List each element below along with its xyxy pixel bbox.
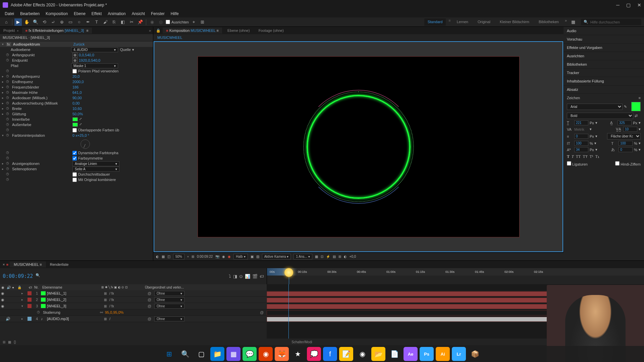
help-search-input[interactable]: 🔍 Hilfe durchsuchen [581, 19, 641, 25]
stopwatch-icon[interactable]: ◷ [6, 101, 11, 106]
fill-icon[interactable]: ◉ [148, 18, 156, 26]
label-color[interactable] [28, 298, 32, 302]
crosshair-icon[interactable]: ⊕ [72, 58, 77, 63]
menu-komposition[interactable]: Komposition [43, 11, 70, 17]
footage-tab[interactable]: Footage (ohne) [255, 27, 287, 34]
effect-controls-tab[interactable]: ■ fx Effekteinstellungen [WHEEL_3] ≡ [22, 27, 92, 34]
minimize-button[interactable]: ─ [616, 2, 620, 8]
tl-graph-icon[interactable]: 📊 [245, 274, 250, 279]
menu-ansicht[interactable]: Ansicht [129, 11, 148, 17]
audio-layer-dropdown[interactable]: 4. AUDIO▾ [71, 47, 118, 52]
app-icon[interactable]: 📦 [468, 347, 482, 361]
timeline-timecode[interactable]: 0:00:09:22 [3, 273, 33, 279]
parent-dropdown[interactable]: Ohne▾ [154, 316, 184, 321]
path-dropdown[interactable]: Maske 1▾ [71, 63, 118, 68]
tl-lock-icon[interactable]: × [3, 262, 5, 266]
twirl-icon[interactable]: ▸ [2, 80, 6, 83]
tracking-input[interactable] [623, 127, 637, 132]
app-icon[interactable]: ◉ [259, 347, 273, 361]
pickwhip-icon[interactable]: @ [148, 291, 154, 295]
stopwatch-icon[interactable]: ◷ [6, 58, 11, 63]
app-icon[interactable]: 📝 [339, 347, 353, 361]
zoom-tool-icon[interactable]: 🔍 [32, 18, 39, 26]
transparency-icon[interactable]: ▨ [256, 255, 259, 258]
polar-path-checkbox[interactable] [72, 69, 77, 73]
fast-preview-icon[interactable]: ⚡ [326, 255, 330, 258]
stopwatch-icon[interactable]: ◷ [6, 172, 11, 177]
avgdur-checkbox[interactable] [72, 172, 77, 177]
ellipse-tool-icon[interactable]: ○ [75, 18, 83, 26]
stopwatch-icon[interactable]: ◷ [6, 53, 11, 57]
superscript-button[interactable]: T¹ [590, 154, 593, 159]
twirl-icon[interactable]: ▸ [2, 107, 6, 110]
side-dropdown[interactable]: Seite A▾ [72, 167, 119, 172]
layer-row-3[interactable]: ◉ ▾ 3 [WHEEL_3] ⊞ / fx @ Ohne▾ [0, 303, 267, 309]
resolution-dropdown[interactable]: Halb ▾ [233, 254, 248, 259]
resolution-icon[interactable]: ⊞ [192, 255, 194, 258]
menu-effekt[interactable]: Effekt [89, 11, 104, 17]
audiooffset-value[interactable]: 0,00 [72, 101, 79, 105]
overlap-checkbox[interactable] [72, 128, 77, 132]
stroke-icon[interactable]: ◎ [157, 18, 164, 26]
pickwhip-icon[interactable]: @ [260, 310, 267, 314]
timeline-search-icon[interactable]: 🔍 [36, 273, 42, 279]
stopwatch-icon[interactable]: ◷ [6, 79, 11, 84]
panel-audio[interactable]: Audio [564, 27, 644, 35]
twirl-icon[interactable]: ▸ [2, 112, 6, 116]
layer-row-2[interactable]: ◉ ▸ 2 [WHEEL_2] ⊞ / fx @ Ohne▾ [0, 297, 267, 303]
start-icon[interactable]: ⊞ [162, 347, 176, 361]
twirl-icon[interactable]: ▸ [21, 298, 26, 301]
maximize-button[interactable]: ▢ [626, 2, 631, 8]
comp-tab[interactable]: ■ Komposition MUSICWHEEL ≡ [163, 27, 222, 34]
stopwatch-icon[interactable]: ◷ [6, 69, 11, 73]
label-color[interactable] [28, 291, 32, 295]
stopwatch-icon[interactable]: ◷ [6, 112, 11, 116]
close-button[interactable]: ✕ [637, 2, 641, 8]
menu-animation[interactable]: Animation [105, 11, 128, 17]
layer-row-4[interactable]: 🔊 ▸ 4 ♪ [AUDIO.mp3] ⊞ / @ Ohne▾ [0, 316, 267, 322]
eyedropper-icon[interactable]: ✎ [624, 105, 630, 109]
allcaps-button[interactable]: TT [576, 154, 581, 159]
vscale-input[interactable] [574, 141, 588, 146]
alpha-icon[interactable]: ◐ [156, 255, 159, 258]
menu-bearbeiten[interactable]: Bearbeiten [17, 11, 42, 17]
twirl-icon[interactable]: ▸ [2, 167, 6, 171]
layer-row-1[interactable]: ◉ ▸ 1 [WHEEL_1] ⊞ / fx @ Ohne▾ [0, 290, 267, 297]
eraser-tool-icon[interactable]: ◧ [119, 18, 126, 26]
brush-tool-icon[interactable]: 🖌 [102, 18, 109, 26]
obs-icon[interactable]: ◉ [355, 347, 369, 361]
font-family-dropdown[interactable]: Arial [567, 104, 623, 110]
menu-ebene[interactable]: Ebene [71, 11, 88, 17]
align-checkbox[interactable]: Ausrichten [166, 20, 189, 24]
scale-property-row[interactable]: ◷ Skalierung ⚯ 95,0,95,0% @ [0, 309, 267, 316]
pickwhip-icon[interactable]: @ [148, 317, 154, 321]
tl-draft3d-icon[interactable]: 🎬 [252, 274, 258, 279]
pen-tool-icon[interactable]: ✒ [84, 18, 92, 26]
project-tab[interactable]: Projekt× [0, 27, 22, 34]
panel-bibliotheken[interactable]: Bibliotheken [564, 60, 644, 69]
width-value[interactable]: 10,60 [72, 107, 82, 111]
show-snapshot-icon[interactable]: ◉ [222, 255, 225, 258]
panel-absatz[interactable]: Absatz [564, 85, 644, 94]
snapshot-icon[interactable]: 📷 [215, 255, 219, 258]
outer-color-swatch[interactable] [72, 123, 78, 127]
timeline-comp-tab[interactable]: MUSICWHEEL ≡ [10, 261, 46, 267]
anchor-tool-icon[interactable]: ⊕ [58, 18, 65, 26]
home-icon[interactable]: ⌂ [3, 18, 10, 26]
roto-tool-icon[interactable]: ✂ [128, 18, 135, 26]
label-color[interactable] [28, 304, 32, 308]
font-size-input[interactable] [574, 120, 588, 125]
stopwatch-icon[interactable]: ◷ [6, 85, 11, 89]
smooth-value[interactable]: 50,0% [72, 112, 83, 116]
inner-color-swatch[interactable] [72, 117, 78, 121]
twirl-icon[interactable]: ▸ [21, 292, 26, 295]
twirl-icon[interactable]: ▸ [21, 317, 26, 320]
snap2-icon[interactable]: ⊞ [199, 18, 206, 26]
grid-icon[interactable]: ▦ [162, 255, 165, 258]
views-dropdown[interactable]: 1 Ans... ▾ [293, 254, 312, 259]
pixel-icon[interactable]: ⊡ [321, 255, 323, 258]
explorer-icon[interactable]: 📁 [210, 347, 224, 361]
tl-motionblur-icon[interactable]: ⊙ [239, 274, 243, 279]
menu-hilfe[interactable]: Hilfe [168, 11, 181, 17]
stopwatch-icon[interactable]: ◷ [37, 310, 42, 315]
